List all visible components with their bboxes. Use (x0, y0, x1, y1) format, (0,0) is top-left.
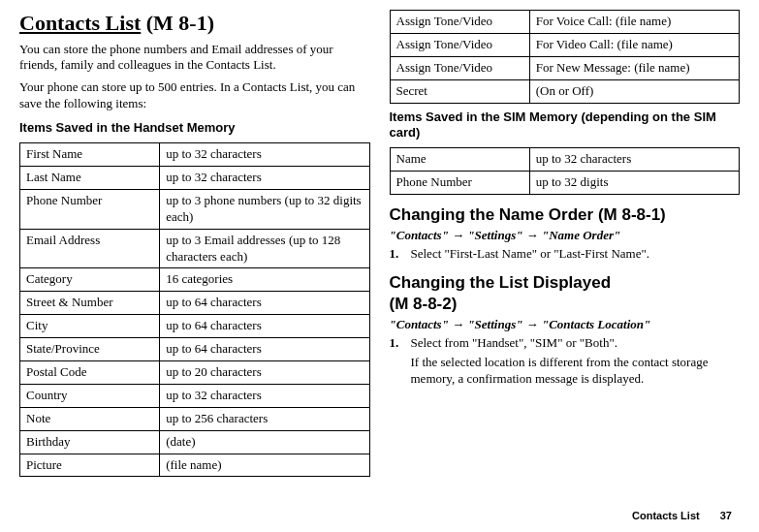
table-row: Assign Tone/VideoFor Voice Call: (file n… (390, 11, 740, 34)
table-cell: up to 64 characters (160, 292, 369, 315)
table-cell: up to 32 characters (160, 166, 369, 189)
table-row: State/Provinceup to 64 characters (20, 338, 370, 361)
table-cell: up to 32 characters (160, 384, 369, 407)
table-row: Phone Numberup to 3 phone numbers (up to… (20, 189, 370, 229)
footer-label: Contacts List (632, 510, 700, 521)
arrow-icon: → (526, 228, 539, 242)
table-cell: up to 64 characters (160, 338, 369, 361)
table-cell: up to 256 characters (160, 407, 369, 430)
table-cell: State/Province (20, 338, 160, 361)
page: Contacts List (M 8-1) You can store the … (19, 10, 740, 477)
intro-paragraph-2: Your phone can store up to 500 entries. … (19, 79, 370, 112)
table-cell: up to 32 digits (529, 172, 739, 195)
table-cell: up to 3 Email addresses (up to 128 chara… (160, 229, 369, 268)
intro-paragraph-1: You can store the phone numbers and Emai… (19, 42, 370, 75)
table-cell: (file name) (160, 454, 369, 477)
table-row: Street & Numberup to 64 characters (20, 292, 370, 315)
table-cell: For Voice Call: (file name) (529, 11, 739, 34)
right-column: Assign Tone/VideoFor Voice Call: (file n… (390, 10, 741, 477)
table-cell: Assign Tone/Video (390, 11, 529, 34)
nav-path-name-order: "Contacts" → "Settings" → "Name Order" (390, 228, 741, 244)
table-cell: (date) (160, 430, 369, 454)
step-number: 1. (390, 335, 411, 388)
table-cell: Last Name (20, 166, 160, 189)
title-text: Contacts List (19, 11, 141, 35)
table-cell: up to 32 characters (529, 148, 739, 172)
table-cell: 16 categories (160, 268, 369, 292)
table-row: Cityup to 64 characters (20, 315, 370, 338)
step-text: Select "First-Last Name" or "Last-First … (411, 246, 741, 263)
table-cell: Secret (390, 79, 529, 103)
table-row: Postal Codeup to 20 characters (20, 360, 370, 384)
table-cell: Postal Code (20, 360, 160, 384)
handset-memory-table-continued: Assign Tone/VideoFor Voice Call: (file n… (390, 10, 741, 104)
step-number: 1. (390, 246, 411, 263)
table-cell: Category (20, 268, 160, 292)
left-column: Contacts List (M 8-1) You can store the … (19, 10, 370, 477)
sim-memory-heading: Items Saved in the SIM Memory (depending… (390, 110, 741, 142)
table-cell: City (20, 315, 160, 338)
step-subtext: If the selected location is different fr… (411, 355, 741, 388)
table-row: Picture(file name) (20, 454, 370, 477)
table-row: Last Nameup to 32 characters (20, 166, 370, 189)
table-cell: Phone Number (20, 189, 160, 229)
table-cell: Phone Number (390, 172, 529, 195)
table-row: Email Addressup to 3 Email addresses (up… (20, 229, 370, 268)
table-row: Countryup to 32 characters (20, 384, 370, 407)
handset-memory-heading: Items Saved in the Handset Memory (19, 120, 370, 137)
table-cell: Email Address (20, 229, 160, 268)
section-menu-code: (M 8-8-2) (390, 295, 458, 313)
section-title: Changing the List Displayed (390, 273, 612, 292)
table-cell: Name (390, 148, 529, 172)
nav-path-contacts-location: "Contacts" → "Settings" → "Contacts Loca… (390, 317, 741, 333)
handset-memory-table: First Nameup to 32 charactersLast Nameup… (19, 142, 370, 477)
table-cell: up to 20 characters (160, 360, 369, 384)
table-cell: Birthday (20, 430, 160, 454)
page-title: Contacts List (M 8-1) (19, 10, 370, 38)
table-row: First Nameup to 32 characters (20, 143, 370, 167)
table-cell: Assign Tone/Video (390, 33, 529, 56)
table-cell: up to 32 characters (160, 143, 369, 167)
page-footer: Contacts List 37 (632, 509, 732, 522)
table-row: Assign Tone/VideoFor New Message: (file … (390, 56, 740, 79)
step-1-name-order: 1. Select "First-Last Name" or "Last-Fir… (390, 246, 741, 263)
changing-name-order-heading: Changing the Name Order (M 8-8-1) (390, 204, 741, 226)
table-row: Noteup to 256 characters (20, 407, 370, 430)
step-1-list-displayed: 1. Select from "Handset", "SIM" or "Both… (390, 335, 741, 388)
changing-list-displayed-heading: Changing the List Displayed (M 8-8-2) (390, 272, 741, 315)
table-row: Secret(On or Off) (390, 79, 740, 103)
table-cell: Note (20, 407, 160, 430)
section-title: Changing the Name Order (390, 205, 594, 224)
table-row: Nameup to 32 characters (390, 148, 740, 172)
table-cell: up to 3 phone numbers (up to 32 digits e… (160, 189, 369, 229)
table-cell: Picture (20, 454, 160, 477)
arrow-icon: → (452, 317, 464, 331)
table-cell: (On or Off) (529, 79, 739, 103)
table-row: Birthday(date) (20, 430, 370, 454)
table-row: Category16 categories (20, 268, 370, 292)
table-cell: First Name (20, 143, 160, 167)
table-row: Phone Numberup to 32 digits (390, 172, 740, 195)
title-menu-code: (M 8-1) (146, 11, 214, 35)
arrow-icon: → (452, 228, 464, 242)
section-menu-code: (M 8-8-1) (598, 205, 666, 224)
table-row: Assign Tone/VideoFor Video Call: (file n… (390, 33, 740, 56)
table-cell: For New Message: (file name) (529, 56, 739, 79)
sim-memory-table: Nameup to 32 charactersPhone Numberup to… (390, 147, 741, 195)
table-cell: For Video Call: (file name) (529, 33, 739, 56)
intro-block: You can store the phone numbers and Emai… (19, 42, 370, 113)
table-cell: up to 64 characters (160, 315, 369, 338)
page-number: 37 (720, 510, 732, 521)
step-text: Select from "Handset", "SIM" or "Both". … (411, 335, 741, 388)
arrow-icon: → (526, 317, 539, 331)
table-cell: Street & Number (20, 292, 160, 315)
table-cell: Country (20, 384, 160, 407)
table-cell: Assign Tone/Video (390, 56, 529, 79)
